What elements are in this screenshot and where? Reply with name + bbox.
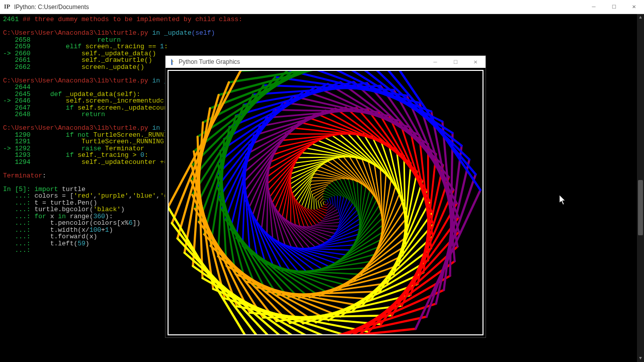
turtle-titlebar: Python Turtle Graphics ─ ☐ ✕ bbox=[166, 56, 486, 68]
ipython-app-icon: IP bbox=[3, 3, 11, 11]
turtle-canvas bbox=[168, 70, 484, 335]
svg-line-51 bbox=[333, 182, 347, 199]
svg-line-5 bbox=[323, 203, 324, 205]
vertical-scrollbar[interactable]: ▲ ▼ bbox=[637, 14, 644, 362]
console-line: C:\Users\User\Anaconda3\lib\turtle.py in… bbox=[3, 30, 641, 37]
svg-line-27 bbox=[324, 191, 335, 196]
svg-line-42 bbox=[308, 209, 321, 221]
console-line: 2658 return bbox=[3, 37, 641, 44]
svg-line-116 bbox=[303, 245, 353, 248]
svg-line-11 bbox=[320, 202, 322, 207]
turtle-window-controls: ─ ☐ ✕ bbox=[425, 56, 486, 68]
turtle-close-button[interactable]: ✕ bbox=[465, 56, 486, 68]
scroll-up-button[interactable]: ▲ bbox=[637, 14, 644, 21]
svg-line-23 bbox=[316, 199, 317, 209]
turtle-app-icon bbox=[169, 58, 176, 65]
svg-line-13 bbox=[327, 204, 331, 208]
svg-line-22 bbox=[316, 194, 324, 200]
turtle-title: Python Turtle Graphics bbox=[179, 58, 240, 65]
turtle-minimize-button[interactable]: ─ bbox=[425, 56, 445, 68]
svg-line-17 bbox=[318, 201, 319, 208]
svg-line-61 bbox=[312, 226, 338, 226]
svg-line-57 bbox=[337, 180, 350, 201]
svg-line-9 bbox=[323, 199, 327, 200]
main-window-controls: ─ ☐ ✕ bbox=[584, 0, 644, 14]
svg-line-84 bbox=[291, 189, 295, 225]
maximize-button[interactable]: ☐ bbox=[604, 0, 624, 14]
console-line bbox=[3, 23, 641, 30]
ipython-titlebar: IP IPython: C:User/Documents ─ ☐ ✕ bbox=[0, 0, 644, 14]
turtle-maximize-button[interactable]: ☐ bbox=[445, 56, 465, 68]
scrollbar-thumb[interactable] bbox=[638, 180, 643, 235]
svg-line-346 bbox=[178, 95, 219, 238]
svg-line-14 bbox=[329, 198, 331, 204]
svg-line-20 bbox=[332, 197, 333, 205]
svg-line-18 bbox=[319, 208, 327, 211]
spiral-drawing bbox=[169, 71, 482, 334]
svg-line-7 bbox=[327, 203, 329, 205]
close-button[interactable]: ✕ bbox=[624, 0, 644, 14]
svg-line-32 bbox=[337, 196, 338, 209]
scroll-down-button[interactable]: ▼ bbox=[637, 355, 644, 362]
svg-line-8 bbox=[327, 200, 329, 203]
svg-line-54 bbox=[302, 206, 315, 224]
minimize-button[interactable]: ─ bbox=[584, 0, 604, 14]
svg-line-4 bbox=[323, 202, 324, 203]
svg-line-19 bbox=[327, 205, 333, 211]
console-line: 2461 ## three dummy methods to be implem… bbox=[3, 16, 641, 23]
turtle-graphics-window[interactable]: Python Turtle Graphics ─ ☐ ✕ bbox=[165, 55, 486, 338]
svg-line-41 bbox=[308, 192, 311, 209]
svg-line-6 bbox=[324, 205, 327, 205]
svg-line-58 bbox=[311, 180, 337, 181]
svg-line-77 bbox=[292, 170, 316, 193]
ipython-title: IPython: C:User/Documents bbox=[14, 4, 89, 11]
svg-line-12 bbox=[322, 207, 327, 208]
svg-line-26 bbox=[335, 196, 336, 207]
console-line: 2659 elif screen._tracing == 1: bbox=[3, 43, 641, 50]
svg-line-35 bbox=[311, 195, 312, 210]
svg-line-15 bbox=[323, 196, 329, 198]
svg-line-10 bbox=[320, 199, 324, 203]
